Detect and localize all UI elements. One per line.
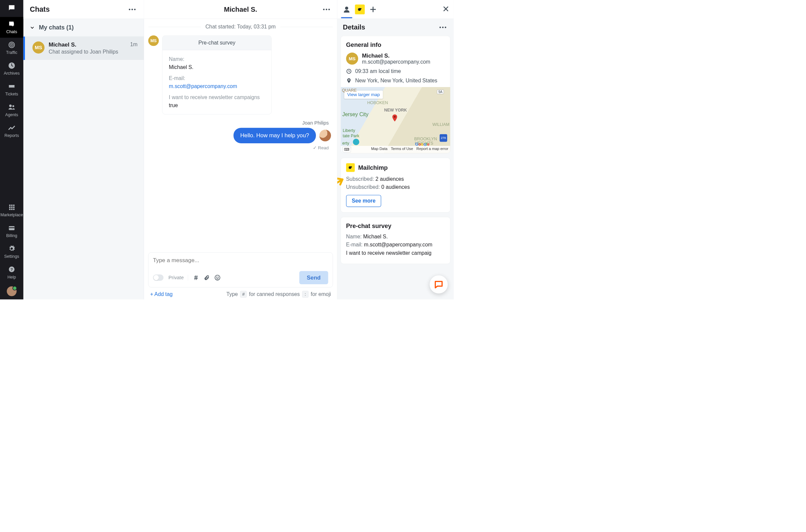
ticket-icon bbox=[8, 82, 16, 90]
svg-rect-12 bbox=[9, 209, 11, 210]
map-attribution: ⌨ Map Data Terms of Use Report a map err… bbox=[341, 146, 450, 153]
nav-billing[interactable]: Billing bbox=[0, 221, 23, 241]
nav-archives[interactable]: Archives bbox=[0, 59, 23, 79]
nav-tickets[interactable]: Tickets bbox=[0, 79, 23, 100]
composer-hints: + Add tag Type # for canned responses : … bbox=[148, 288, 333, 298]
map-label-jersey: Jersey City bbox=[342, 112, 368, 117]
my-chats-label: My chats (1) bbox=[39, 24, 74, 31]
chat-list-menu[interactable] bbox=[127, 7, 138, 12]
details-header: Details bbox=[337, 19, 454, 36]
survey-email-value[interactable]: m.scott@papercompany.com bbox=[169, 83, 237, 89]
conversation-body: Chat started: Today, 03:31 pm MS Pre-cha… bbox=[144, 19, 337, 252]
conversation-menu[interactable] bbox=[321, 7, 332, 12]
tab-add[interactable] bbox=[368, 4, 378, 14]
add-tag-link[interactable]: + Add tag bbox=[150, 291, 172, 297]
clock-icon bbox=[346, 68, 352, 74]
svg-rect-13 bbox=[11, 209, 13, 210]
location-map[interactable]: View larger map 9A 278 QUARE Jersey City… bbox=[341, 87, 450, 153]
chat-list-item[interactable]: MS Michael S. Chat assigned to Joan Phil… bbox=[23, 37, 144, 60]
nav-label: Billing bbox=[6, 233, 17, 238]
agent-avatar bbox=[319, 130, 331, 141]
survey-card-title: Pre-chat survey bbox=[163, 36, 271, 50]
svg-rect-6 bbox=[9, 205, 11, 206]
pre-chat-survey-message: MS Pre-chat survey Name: Michael S. E-ma… bbox=[148, 36, 333, 114]
keyboard-icon[interactable]: ⌨ bbox=[343, 147, 351, 152]
survey-email-label: E-mail: bbox=[169, 74, 265, 82]
agent-name-label: Joan Philips bbox=[148, 120, 329, 126]
reports-icon bbox=[8, 124, 16, 132]
nav-label: Traffic bbox=[6, 50, 17, 55]
nav-label: Reports bbox=[4, 133, 19, 138]
svg-point-21 bbox=[218, 277, 219, 278]
map-label-brooklyn: BROOKLYN bbox=[415, 137, 437, 141]
composer-area: Private Send + Add tag Type # for canned… bbox=[144, 252, 337, 300]
card-icon bbox=[8, 224, 16, 232]
see-more-button[interactable]: See more bbox=[346, 195, 381, 207]
nav-label: Agents bbox=[5, 113, 18, 117]
send-button[interactable]: Send bbox=[299, 271, 328, 284]
emoji-icon[interactable] bbox=[214, 274, 220, 281]
svg-rect-9 bbox=[9, 207, 11, 208]
svg-rect-7 bbox=[11, 205, 13, 206]
close-details[interactable] bbox=[442, 5, 449, 13]
svg-point-4 bbox=[9, 104, 12, 107]
map-label-liberty: Liberty bbox=[343, 128, 355, 133]
nav-label: Marketplace bbox=[0, 213, 23, 217]
chat-list-header: Chats bbox=[23, 0, 144, 19]
check-icon: ✓ bbox=[313, 145, 318, 150]
chat-launcher-button[interactable] bbox=[430, 276, 448, 293]
nav-label: Chats bbox=[6, 30, 17, 35]
chat-list-panel: Chats My chats (1) MS Michael S. Chat as… bbox=[23, 0, 144, 300]
pc-email-value: m.scott@papercompany.com bbox=[364, 242, 433, 247]
agents-icon bbox=[8, 103, 16, 111]
mailchimp-card: Mailchimp Subscribed: 2 audiences Unsubs… bbox=[341, 158, 451, 212]
message-input[interactable] bbox=[153, 257, 328, 264]
chat-item-time: 1m bbox=[130, 41, 138, 48]
map-data-link[interactable]: Map Data bbox=[371, 147, 388, 152]
customer-avatar: MS bbox=[148, 36, 159, 46]
attachment-icon[interactable] bbox=[204, 275, 210, 281]
map-label-newyork: NEW YORK bbox=[384, 108, 407, 113]
map-terms-link[interactable]: Terms of Use bbox=[391, 147, 413, 152]
brand-logo[interactable] bbox=[6, 2, 17, 14]
nav-agents[interactable]: Agents bbox=[0, 100, 23, 120]
conversation-panel: Michael S. Chat started: Today, 03:31 pm… bbox=[144, 0, 337, 300]
nav-chats[interactable]: Chats bbox=[0, 17, 23, 38]
survey-name-label: Name: bbox=[169, 55, 265, 63]
nav-reports[interactable]: Reports bbox=[0, 120, 23, 141]
map-report-link[interactable]: Report a map error bbox=[416, 147, 448, 152]
tab-mailchimp[interactable] bbox=[355, 4, 365, 14]
details-tabs bbox=[337, 0, 454, 19]
general-info-card: General info MS Michael S. m.scott@paper… bbox=[341, 36, 451, 153]
survey-name-value: Michael S. bbox=[169, 63, 265, 71]
nav-marketplace[interactable]: Marketplace bbox=[0, 200, 23, 221]
my-chats-toggle[interactable]: My chats (1) bbox=[23, 19, 144, 37]
svg-point-20 bbox=[216, 277, 217, 278]
details-menu[interactable] bbox=[438, 25, 448, 30]
chat-started-label: Chat started: Today, 03:31 pm bbox=[148, 24, 333, 30]
annotation-arrow-icon bbox=[337, 175, 346, 195]
pre-chat-survey-card-side: Pre-chat survey Name: Michael S. E-mail:… bbox=[341, 217, 451, 264]
chat-list-title: Chats bbox=[30, 5, 50, 13]
nav-rail: Chats Traffic Archives Tickets Agents Re… bbox=[0, 0, 23, 300]
customer-avatar-small: MS bbox=[346, 53, 358, 64]
nav-label: Settings bbox=[4, 254, 19, 259]
tab-customer[interactable] bbox=[342, 4, 351, 14]
nav-help[interactable]: ? Help bbox=[0, 262, 23, 283]
details-title: Details bbox=[343, 23, 365, 32]
pc-name-label: Name: bbox=[346, 234, 362, 240]
chats-icon bbox=[8, 20, 16, 28]
help-icon: ? bbox=[8, 265, 16, 273]
hash-icon[interactable] bbox=[193, 274, 199, 281]
current-agent-avatar[interactable] bbox=[7, 286, 16, 296]
nav-settings[interactable]: Settings bbox=[0, 241, 23, 262]
general-info-title: General info bbox=[346, 41, 445, 48]
traffic-icon bbox=[8, 41, 16, 49]
svg-point-5 bbox=[13, 105, 14, 107]
private-toggle[interactable] bbox=[153, 274, 164, 281]
mailchimp-title: Mailchimp bbox=[358, 164, 388, 171]
map-label-square: QUARE bbox=[342, 88, 357, 93]
conversation-header: Michael S. bbox=[144, 0, 337, 19]
composer: Private Send bbox=[148, 252, 333, 288]
nav-traffic[interactable]: Traffic bbox=[0, 38, 23, 59]
